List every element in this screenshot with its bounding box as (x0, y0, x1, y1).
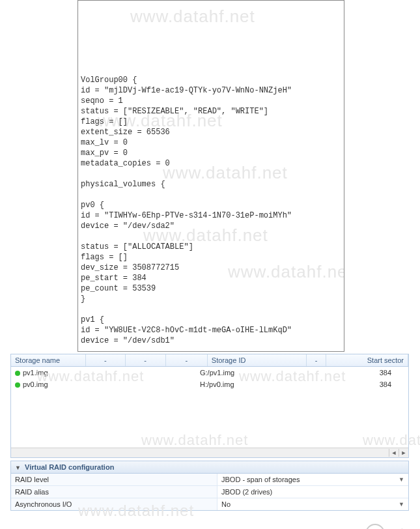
watermark: www.datahf.net (37, 368, 144, 385)
watermark: www.datahf.net (239, 368, 346, 385)
storage-table-body: www.datahf.net www.datahf.net pv1.img G:… (11, 367, 408, 448)
scroll-right-icon[interactable]: ► (399, 449, 408, 457)
watermark: www.datahf.net (130, 11, 255, 21)
col-header-blank[interactable]: - (166, 354, 208, 366)
config-label: RAID level (11, 474, 217, 485)
footer: ☁ 亿速云 (0, 520, 420, 529)
col-header-blank[interactable]: - (126, 354, 166, 366)
config-row-raid-alias[interactable]: RAID alias JBOD (2 drives) (11, 486, 408, 498)
col-header-name[interactable]: Storage name (11, 354, 86, 366)
section-title: Virtual RAID configuration (25, 463, 114, 471)
storage-table-header: Storage name - - - Storage ID - Start se… (11, 354, 408, 367)
section-header-raid[interactable]: ▼ Virtual RAID configuration (10, 461, 409, 474)
config-label: RAID alias (11, 486, 217, 498)
watermark: www.datahf.net (141, 432, 248, 449)
watermark: www.datahf.net (363, 432, 420, 449)
config-value[interactable]: JBOD (2 drives) (217, 486, 408, 498)
storage-table: Storage name - - - Storage ID - Start se… (10, 354, 409, 458)
horizontal-scrollbar[interactable]: ◄ ► (11, 448, 408, 457)
config-row-raid-level[interactable]: RAID level JBOD - span of storages ▼ (11, 474, 408, 486)
col-header-blank[interactable]: - (307, 354, 327, 366)
col-header-id[interactable]: Storage ID (208, 354, 307, 366)
status-dot-icon (15, 371, 20, 376)
code-pane[interactable]: www.datahf.net www.datahf.net www.datahf… (77, 0, 344, 352)
chevron-down-icon[interactable]: ▼ (399, 476, 404, 483)
scroll-left-icon[interactable]: ◄ (389, 449, 399, 457)
watermark: www.datahf.net (78, 502, 420, 520)
status-dot-icon (15, 382, 20, 388)
col-header-blank[interactable]: - (86, 354, 126, 366)
code-text: VolGroup00 { id = "mjlDVj-Wf1e-ac19-QTYk… (81, 75, 341, 352)
config-value-dropdown[interactable]: JBOD - span of storages ▼ (217, 474, 408, 485)
col-header-sector[interactable]: Start sector (326, 354, 408, 366)
cloud-icon: ☁ (365, 524, 385, 529)
collapse-toggle-icon[interactable]: ▼ (15, 465, 23, 471)
footer-logo: ☁ 亿速云 (365, 524, 415, 529)
